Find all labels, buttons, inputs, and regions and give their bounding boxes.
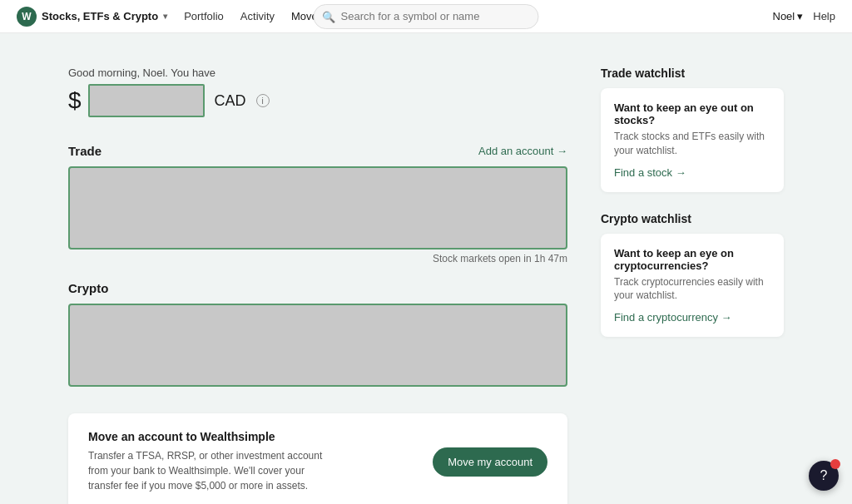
find-crypto-link[interactable]: Find a cryptocurrency → (614, 311, 770, 324)
move-my-account-button[interactable]: Move my account (433, 447, 547, 477)
brand[interactable]: W Stocks, ETFs & Crypto ▾ (17, 7, 167, 27)
portfolio-nav-link[interactable]: Portfolio (184, 10, 224, 22)
crypto-watchlist-card-desc: Track cryptocurrencies easily with your … (614, 275, 770, 304)
trade-watchlist-section: Trade watchlist Want to keep an eye out … (601, 67, 784, 192)
trade-header: Trade Add an account → (68, 144, 567, 158)
search-bar: 🔍 (314, 4, 539, 29)
trade-watchlist-card: Want to keep an eye out on stocks? Track… (601, 88, 784, 192)
right-column: Trade watchlist Want to keep an eye out … (601, 67, 784, 504)
trade-watchlist-title: Trade watchlist (601, 67, 784, 80)
search-icon: 🔍 (322, 10, 335, 22)
help-fab-button[interactable]: ? (809, 461, 839, 491)
user-menu[interactable]: Noel ▾ (773, 10, 804, 22)
trade-content-box (68, 166, 567, 250)
dollar-sign: $ (68, 87, 82, 114)
info-icon[interactable]: i (256, 94, 270, 107)
activity-nav-link[interactable]: Activity (240, 10, 275, 22)
balance-value-box (88, 84, 205, 117)
cad-label: CAD (215, 92, 246, 110)
brand-chevron-icon: ▾ (163, 12, 167, 21)
trade-section: Trade Add an account → Stock markets ope… (68, 144, 567, 264)
navbar-left: W Stocks, ETFs & Crypto ▾ Portfolio Acti… (17, 7, 354, 27)
crypto-section: Crypto (68, 281, 567, 387)
move-account-desc: Transfer a TFSA, RRSP, or other investme… (88, 448, 338, 493)
move-account-title: Move an account to Wealthsimple (88, 430, 338, 443)
trade-watchlist-card-desc: Track stocks and ETFs easily with your w… (614, 130, 770, 158)
balance-row: $ CAD i (68, 84, 567, 117)
help-nav-link[interactable]: Help (813, 10, 835, 22)
trade-watchlist-card-title: Want to keep an eye out on stocks? (614, 101, 770, 126)
crypto-watchlist-card: Want to keep an eye on cryptocurrencies?… (601, 234, 784, 338)
move-account-banner: Move an account to Wealthsimple Transfer… (68, 413, 567, 504)
crypto-watchlist-card-title: Want to keep an eye on cryptocurrencies? (614, 247, 770, 272)
crypto-title: Crypto (68, 281, 108, 295)
crypto-watchlist-section: Crypto watchlist Want to keep an eye on … (601, 212, 784, 338)
stock-market-time: Stock markets open in 1h 47m (68, 253, 567, 264)
brand-logo: W (17, 7, 37, 27)
trade-title: Trade (68, 144, 102, 158)
left-column: Good morning, Noel. You have $ CAD i Tra… (68, 67, 567, 504)
navbar-right: Noel ▾ Help (773, 10, 836, 22)
add-account-link[interactable]: Add an account → (478, 145, 567, 157)
brand-name: Stocks, ETFs & Crypto (42, 10, 158, 22)
navbar: W Stocks, ETFs & Crypto ▾ Portfolio Acti… (0, 0, 852, 33)
search-input[interactable] (314, 4, 539, 29)
crypto-header: Crypto (68, 281, 567, 295)
find-stock-link[interactable]: Find a stock → (614, 166, 770, 179)
help-fab-icon: ? (820, 468, 828, 483)
main-content: Good morning, Noel. You have $ CAD i Tra… (52, 33, 800, 504)
crypto-watchlist-title: Crypto watchlist (601, 212, 784, 225)
crypto-content-box (68, 304, 567, 387)
help-fab-badge (830, 459, 840, 469)
user-chevron-icon: ▾ (797, 10, 803, 22)
greeting-text: Good morning, Noel. You have (68, 67, 567, 79)
move-account-text: Move an account to Wealthsimple Transfer… (88, 430, 338, 493)
balance-section: Good morning, Noel. You have $ CAD i (68, 67, 567, 117)
